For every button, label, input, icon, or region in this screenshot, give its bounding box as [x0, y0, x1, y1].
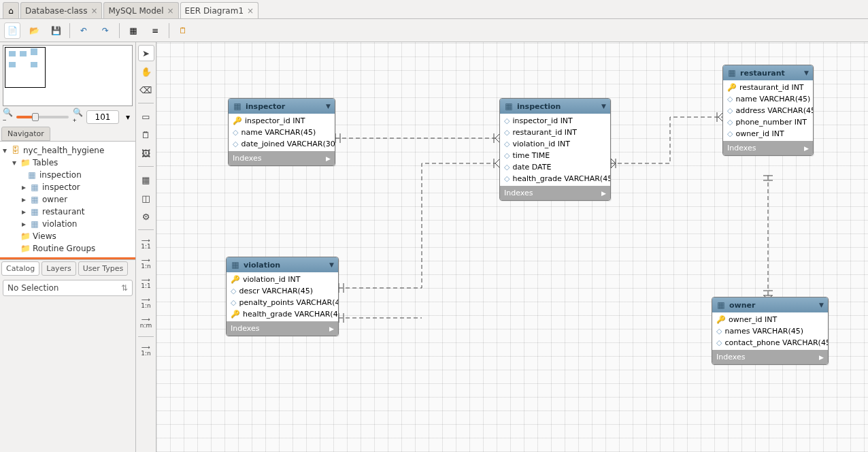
expand-icon[interactable]: ▶ [819, 354, 824, 361]
entity-header[interactable]: ▦inspection▼ [500, 99, 610, 114]
entity-header[interactable]: ▦restaurant▼ [723, 65, 813, 80]
tree-table-row[interactable]: ▸▦owner [1, 193, 134, 206]
rel-n-m[interactable]: ⟶n:m [138, 314, 154, 332]
entity-header[interactable]: ▦inspector▼ [229, 99, 335, 114]
column-row[interactable]: ◇date_joined VARCHAR(30) [229, 138, 335, 150]
home-tab[interactable]: ⌂ [3, 2, 19, 18]
column-row[interactable]: 🔑violation_id INT [227, 274, 338, 285]
column-row[interactable]: 🔑restaurant_id INT [723, 82, 813, 93]
rel-1-1-nonid[interactable]: ⟶1:1 [138, 235, 154, 253]
entity-inspector[interactable]: ▦inspector▼🔑inspector_id INT◇name VARCHA… [228, 98, 335, 166]
tab-mysql-model[interactable]: MySQL Model × [103, 2, 178, 18]
entity-footer[interactable]: Indexes▶ [500, 186, 610, 200]
zoom-value[interactable]: 101 [86, 110, 119, 124]
close-icon[interactable]: × [90, 6, 97, 16]
column-row[interactable]: ◇date DATE [500, 161, 610, 173]
tab-user-types[interactable]: User Types [78, 261, 129, 276]
entity-inspection[interactable]: ▦inspection▼◇inspector_id INT◇restaurant… [499, 98, 611, 201]
navigator-tab[interactable]: Navigator [1, 127, 50, 141]
tree-table-row[interactable]: ▸▦restaurant [1, 206, 134, 218]
tab-layers[interactable]: Layers [41, 261, 76, 276]
column-row[interactable]: ◇contact_phone VARCHAR(45) [712, 337, 828, 349]
new-button[interactable]: 📄 [4, 22, 20, 39]
tree-table-row[interactable]: ▸▦inspector [1, 181, 134, 193]
hand-tool[interactable]: ✋ [138, 63, 154, 80]
tree-table-row[interactable]: ▦inspection [1, 169, 134, 181]
table-icon: ▦ [716, 300, 726, 310]
rel-1-n-nonid[interactable]: ⟶1:n [138, 255, 154, 272]
updown-icon[interactable]: ⇅ [121, 283, 128, 293]
collapse-icon[interactable]: ▼ [601, 103, 606, 110]
eraser-tool[interactable]: ⌫ [138, 82, 154, 98]
validate-icon: 🗒 [178, 26, 188, 35]
entity-violation[interactable]: ▦violation▼🔑violation_id INT◇descr VARCH… [226, 257, 339, 336]
zoom-dropdown[interactable]: ▾ [123, 112, 133, 122]
undo-button[interactable]: ↶ [76, 22, 92, 39]
collapse-icon[interactable]: ▼ [329, 261, 334, 268]
collapse-icon[interactable]: ▼ [804, 69, 809, 76]
entity-header[interactable]: ▦violation▼ [227, 257, 338, 272]
column-row[interactable]: 🔑owner_id INT [712, 314, 828, 325]
column-row[interactable]: ◇names VARCHAR(45) [712, 325, 828, 337]
save-button[interactable]: 💾 [48, 22, 64, 39]
minimap-entity [9, 62, 16, 67]
grid-button[interactable]: ▦ [125, 22, 141, 39]
routine-tool[interactable]: ⚙ [138, 208, 154, 225]
tree-table-row[interactable]: ▸▦violation [1, 218, 134, 230]
entity-footer[interactable]: Indexes▶ [723, 141, 813, 155]
entity-restaurant[interactable]: ▦restaurant▼🔑restaurant_id INT◇name VARC… [722, 65, 814, 156]
tree-db-row[interactable]: ▾🗄 nyc_health_hygiene [1, 144, 134, 157]
expand-icon[interactable]: ▶ [804, 145, 809, 152]
align-button[interactable]: ≡ [147, 22, 163, 39]
column-row[interactable]: ◇name VARCHAR(45) [229, 127, 335, 138]
entity-footer[interactable]: Indexes▶ [229, 151, 335, 165]
column-row[interactable]: ◇name VARCHAR(45) [723, 93, 813, 105]
column-row[interactable]: ◇address VARCHAR(45) [723, 105, 813, 116]
column-row[interactable]: 🔑health_grade VARCHAR(45) [227, 308, 338, 320]
entity-footer[interactable]: Indexes▶ [712, 350, 828, 364]
column-row[interactable]: ◇phone_number INT [723, 116, 813, 128]
tree-views-row[interactable]: ▸📁Views [1, 230, 134, 242]
layer-tool[interactable]: ▭ [138, 108, 154, 125]
column-row[interactable]: ◇time TIME [500, 150, 610, 161]
tab-catalog[interactable]: Catalog [1, 261, 39, 276]
tab-eer-diagram[interactable]: EER Diagram1 × [180, 2, 259, 18]
rel-1-n-id[interactable]: ⟶1:n [138, 294, 154, 312]
entity-header[interactable]: ▦owner▼ [712, 297, 828, 312]
redo-button[interactable]: ↷ [97, 22, 114, 39]
zoom-in-icon[interactable]: 🔍⁺ [73, 112, 82, 122]
close-icon[interactable]: × [167, 6, 174, 16]
entity-footer[interactable]: Indexes▶ [227, 321, 338, 336]
column-row[interactable]: ◇inspector_id INT [500, 115, 610, 127]
rel-1-1-id[interactable]: ⟶1:1 [138, 274, 154, 292]
close-icon[interactable]: × [247, 6, 254, 16]
selection-box[interactable]: No Selection ⇅ [3, 280, 133, 296]
expand-icon[interactable]: ▶ [601, 190, 606, 197]
expand-icon[interactable]: ▶ [326, 155, 331, 162]
rel-existing[interactable]: ⟶1:n [138, 342, 154, 359]
collapse-icon[interactable]: ▼ [326, 103, 331, 110]
tab-database-class[interactable]: Database-class × [20, 2, 102, 18]
column-row[interactable]: ◇health_grade VARCHAR(45) [500, 173, 610, 184]
expand-icon[interactable]: ▶ [329, 325, 334, 332]
column-row[interactable]: ◇penalty_points VARCHAR(45) [227, 297, 338, 308]
column-row[interactable]: 🔑inspector_id INT [229, 115, 335, 127]
zoom-slider[interactable] [16, 112, 69, 122]
collapse-icon[interactable]: ▼ [819, 302, 824, 308]
navigator-minimap[interactable] [3, 45, 133, 106]
image-tool[interactable]: 🖼 [138, 145, 154, 161]
view-tool[interactable]: ◫ [138, 190, 154, 206]
column-row[interactable]: ◇violation_id INT [500, 138, 610, 150]
validate-button[interactable]: 🗒 [175, 22, 191, 39]
zoom-out-icon[interactable]: 🔍⁻ [3, 112, 12, 122]
note-tool[interactable]: 🗒 [138, 127, 154, 143]
column-row[interactable]: ◇restaurant_id INT [500, 127, 610, 138]
tree-tables-row[interactable]: ▾📁 Tables [1, 157, 134, 169]
pointer-tool[interactable]: ➤ [138, 45, 154, 61]
table-tool[interactable]: ▦ [138, 172, 154, 188]
column-row[interactable]: ◇descr VARCHAR(45) [227, 285, 338, 297]
column-row[interactable]: ◇owner_id INT [723, 128, 813, 140]
tree-routines-row[interactable]: ▸📁Routine Groups [1, 242, 134, 255]
open-button[interactable]: 📂 [26, 22, 42, 39]
entity-owner[interactable]: ▦owner▼🔑owner_id INT◇names VARCHAR(45)◇c… [712, 297, 829, 365]
